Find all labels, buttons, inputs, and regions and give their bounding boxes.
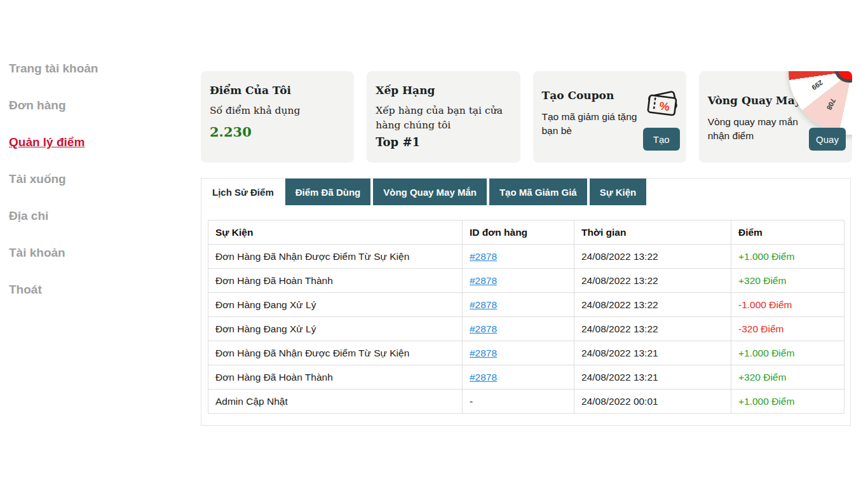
table-row: Đơn Hàng Đã Hoàn Thành #2878 24/08/2022 … — [208, 365, 844, 390]
points-tabs: Lịch Sử Điểm Điểm Đã Dùng Vòng Quay May … — [201, 179, 850, 205]
tab-label: Tạo Mã Giảm Giá — [499, 187, 577, 198]
sidebar-item-label: Trang tài khoản — [9, 62, 98, 76]
order-link[interactable]: #2878 — [470, 348, 497, 358]
sidebar-item-label: Tải xuống — [9, 172, 66, 186]
tab-label: Điểm Đã Dùng — [295, 187, 361, 198]
points-cell: +320 Điểm — [731, 365, 844, 390]
points-cell: -320 Điểm — [731, 317, 844, 341]
points-cell: +1.000 Điểm — [731, 341, 844, 365]
points-cell: +320 Điểm — [731, 269, 844, 293]
event-cell: Đơn Hàng Đang Xử Lý — [208, 317, 463, 341]
event-cell: Đơn Hàng Đã Hoàn Thành — [208, 365, 463, 390]
points-cell: +1.000 Điểm — [731, 245, 844, 269]
my-points-subtitle: Số điểm khả dụng — [210, 104, 343, 118]
tab[interactable]: Lịch Sử Điểm — [201, 179, 285, 205]
event-cell: Đơn Hàng Đã Nhận Được Điểm Từ Sự Kiện — [208, 341, 463, 365]
order-cell: #2878 — [463, 341, 574, 365]
spin-wheel-button[interactable]: Quay — [809, 128, 846, 151]
time-cell: 24/08/2022 13:22 — [574, 269, 731, 293]
account-sidebar: Trang tài khoản Đơn hàng Quản lý điểm Tả… — [9, 50, 98, 308]
sidebar-item[interactable]: Tải xuống — [9, 161, 98, 198]
tab[interactable]: Sự Kiện — [590, 179, 647, 205]
table-row: Đơn Hàng Đang Xử Lý #2878 24/08/2022 13:… — [208, 317, 844, 341]
points-cell: +1.000 Điểm — [731, 390, 844, 414]
event-cell: Admin Cập Nhật — [208, 390, 463, 414]
order-cell: #2878 — [463, 293, 574, 317]
sidebar-item-label: Tài khoản — [9, 246, 65, 260]
time-cell: 24/08/2022 13:22 — [574, 293, 731, 317]
order-link[interactable]: #2878 — [470, 299, 497, 310]
points-cell: -1.000 Điểm — [731, 293, 844, 317]
ranking-title: Xếp Hạng — [376, 84, 511, 97]
lucky-wheel-card: 299 708 Vòng Quay May Mắn Vòng quay may … — [699, 71, 852, 163]
my-points-card: Điểm Của Tôi Số điểm khả dụng 2.230 — [201, 71, 354, 163]
sidebar-item-label: Đơn hàng — [9, 98, 66, 112]
time-cell: 24/08/2022 13:22 — [574, 317, 731, 341]
column-header: Sự Kiện — [208, 220, 463, 245]
svg-text:%: % — [658, 100, 670, 114]
sidebar-item[interactable]: Thoát — [9, 271, 98, 308]
points-history-table: Sự KiệnID đơn hàngThời gianĐiểm Đơn Hàng… — [208, 220, 844, 414]
table-header-row: Sự KiệnID đơn hàngThời gianĐiểm — [208, 220, 844, 245]
order-cell: #2878 — [463, 365, 574, 390]
create-coupon-button[interactable]: Tạo — [643, 128, 680, 151]
sidebar-item[interactable]: Quản lý điểm — [9, 124, 98, 161]
event-cell: Đơn Hàng Đã Hoàn Thành — [208, 269, 463, 293]
tab[interactable]: Vòng Quay May Mắn — [373, 179, 487, 205]
wheel-hub — [834, 71, 852, 83]
my-points-title: Điểm Của Tôi — [210, 84, 345, 97]
table-row: Admin Cập Nhật - 24/08/2022 00:01 +1.000… — [208, 390, 844, 414]
tab[interactable]: Tạo Mã Giảm Giá — [489, 179, 587, 205]
order-cell: #2878 — [463, 317, 574, 341]
create-coupon-subtitle: Tạo mã giảm giá tặng bạn bè — [542, 110, 647, 138]
table-row: Đơn Hàng Đã Nhận Được Điểm Từ Sự Kiện #2… — [208, 245, 844, 269]
order-link[interactable]: #2878 — [470, 323, 497, 334]
summary-cards: Điểm Của Tôi Số điểm khả dụng 2.230 Xếp … — [201, 71, 852, 163]
time-cell: 24/08/2022 13:22 — [574, 245, 731, 269]
time-cell: 24/08/2022 13:21 — [574, 365, 731, 390]
points-history-panel: Lịch Sử Điểm Điểm Đã Dùng Vòng Quay May … — [201, 178, 851, 426]
my-points-value: 2.230 — [210, 124, 345, 140]
table-row: Đơn Hàng Đang Xử Lý #2878 24/08/2022 13:… — [208, 293, 844, 317]
sidebar-item[interactable]: Tài khoản — [9, 234, 98, 271]
order-cell: #2878 — [463, 269, 574, 293]
coupon-percent-icon: % — [643, 86, 680, 123]
ranking-subtitle: Xếp hàng của bạn tại cửa hàng chúng tôi — [376, 104, 509, 133]
time-cell: 24/08/2022 13:21 — [574, 341, 731, 365]
order-link[interactable]: #2878 — [470, 251, 497, 262]
ranking-card: Xếp Hạng Xếp hàng của bạn tại cửa hàng c… — [367, 71, 520, 163]
wheel-number: 299 — [810, 79, 824, 92]
sidebar-item-label: Địa chỉ — [9, 209, 48, 223]
column-header: Điểm — [731, 220, 844, 245]
sidebar-item[interactable]: Đơn hàng — [9, 87, 98, 124]
column-header: ID đơn hàng — [463, 220, 574, 245]
column-header: Thời gian — [574, 220, 731, 245]
table-row: Đơn Hàng Đã Hoàn Thành #2878 24/08/2022 … — [208, 269, 844, 293]
event-cell: Đơn Hàng Đã Nhận Được Điểm Từ Sự Kiện — [208, 245, 463, 269]
lucky-wheel-subtitle: Vòng quay may mắn nhận điểm — [708, 115, 813, 143]
tab-label: Vòng Quay May Mắn — [383, 187, 477, 198]
order-link[interactable]: #2878 — [470, 275, 497, 286]
sidebar-item[interactable]: Địa chỉ — [9, 198, 98, 234]
event-cell: Đơn Hàng Đang Xử Lý — [208, 293, 463, 317]
create-coupon-card: Tạo Coupon Tạo mã giảm giá tặng bạn bè %… — [533, 71, 686, 163]
order-cell: - — [463, 390, 574, 414]
sidebar-item-label: Thoát — [9, 283, 42, 297]
order-link[interactable]: #2878 — [470, 372, 497, 383]
time-cell: 24/08/2022 00:01 — [574, 390, 731, 414]
ranking-value: Top #1 — [376, 135, 511, 149]
table-row: Đơn Hàng Đã Nhận Được Điểm Từ Sự Kiện #2… — [208, 341, 844, 365]
tab[interactable]: Điểm Đã Dùng — [285, 179, 371, 205]
order-cell: #2878 — [463, 245, 574, 269]
sidebar-item[interactable]: Trang tài khoản — [9, 50, 98, 87]
wheel-number: 708 — [825, 97, 837, 111]
sidebar-item-label: Quản lý điểm — [9, 135, 85, 149]
tab-label: Sự Kiện — [600, 187, 637, 198]
tab-label: Lịch Sử Điểm — [212, 187, 274, 198]
